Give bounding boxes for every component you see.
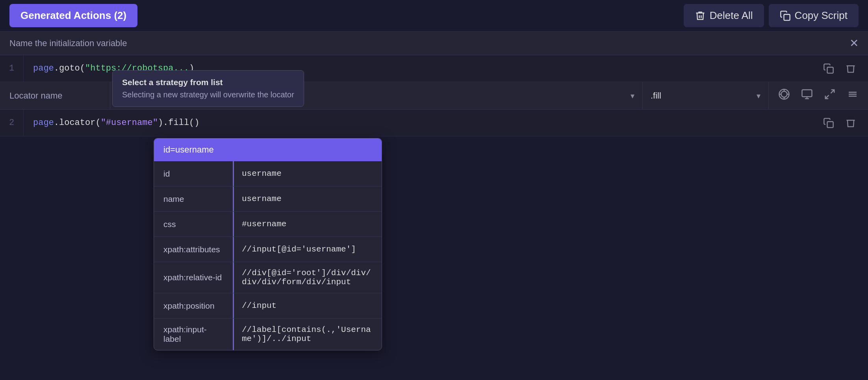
locator-name-label: Locator name [0, 82, 110, 109]
copy-line-2-icon [823, 117, 834, 129]
svg-rect-16 [827, 121, 833, 127]
copy-script-button[interactable]: Copy Script [769, 4, 859, 27]
target-icon [778, 88, 790, 100]
dropdown-row-xpath-position[interactable]: xpath:position //input [154, 293, 382, 319]
locator-chevron-icon: ▾ [631, 91, 634, 101]
tooltip-line1: Select a strategy from list [122, 78, 294, 87]
dropdown-key-css: css [154, 212, 233, 237]
locator-target-button[interactable] [773, 85, 796, 106]
fill-chevron-icon: ▾ [757, 91, 760, 101]
copy-icon [780, 10, 791, 21]
code-content-2: page.locator("#username").fill() [24, 118, 818, 128]
code-line-1-actions [818, 60, 868, 77]
svg-rect-0 [784, 14, 790, 20]
dropdown-value-xpath-input-label: //label[contains(.,'Username')]/../input [234, 319, 382, 350]
tooltip-line2: Selecting a new strategy will overwrite … [122, 90, 294, 99]
svg-rect-1 [827, 67, 833, 73]
init-var-label: Name the initialization variable [9, 38, 127, 48]
locator-more-button[interactable] [841, 85, 864, 106]
svg-point-3 [781, 91, 787, 97]
dropdown-row-id[interactable]: id username [154, 161, 382, 186]
copy-line-1-button[interactable] [818, 60, 840, 77]
dropdown-value-xpath-attributes: //input[@id='username'] [234, 237, 382, 262]
dropdown-header: id=username [154, 138, 382, 161]
fill-action-select[interactable]: .fill [651, 91, 760, 101]
locator-strategy-dropdown[interactable]: id=username id username name username cs… [154, 138, 382, 350]
trash-line-2-icon [845, 117, 856, 129]
top-bar-actions: Delete All Copy Script [684, 4, 859, 27]
locator-action-buttons [769, 85, 868, 106]
dropdown-row-name[interactable]: name username [154, 186, 382, 212]
dropdown-key-xpath-attributes: xpath:attributes [154, 237, 233, 262]
line-number-2: 2 [0, 110, 24, 136]
svg-line-11 [831, 90, 835, 93]
code-line-2-actions [818, 114, 868, 132]
dropdown-key-name: name [154, 186, 233, 211]
svg-line-12 [825, 95, 829, 99]
expand-icon [824, 88, 836, 100]
strategy-tooltip: Select a strategy from list Selecting a … [112, 70, 304, 107]
dropdown-value-id: username [234, 161, 382, 186]
dropdown-value-xpath-relative: //div[@id='root']/div/div/div/div/form/d… [234, 262, 382, 293]
fill-select-wrap[interactable]: .fill ▾ [643, 82, 769, 109]
trash-line-icon [845, 63, 856, 74]
dropdown-key-xpath-position: xpath:position [154, 293, 233, 318]
locator-inspect-button[interactable] [796, 85, 818, 106]
top-bar: Generated Actions (2) Delete All Copy Sc… [0, 0, 868, 32]
dropdown-value-xpath-position: //input [234, 293, 382, 318]
copy-line-2-button[interactable] [818, 114, 840, 132]
init-var-close-button[interactable]: ✕ [849, 37, 859, 50]
dropdown-row-css[interactable]: css #username [154, 212, 382, 237]
trash-icon [695, 10, 706, 21]
delete-line-2-button[interactable] [840, 114, 862, 132]
delete-all-button[interactable]: Delete All [684, 4, 764, 27]
dropdown-row-xpath-input-label[interactable]: xpath:input-label //label[contains(.,'Us… [154, 319, 382, 350]
init-var-bar: Name the initialization variable ✕ [0, 32, 868, 55]
dropdown-key-xpath-input-label: xpath:input-label [154, 319, 233, 350]
generated-actions-button[interactable]: Generated Actions (2) [9, 4, 137, 27]
copy-line-icon [823, 63, 834, 74]
dropdown-value-css: #username [234, 212, 382, 237]
code-line-2: 2 page.locator("#username").fill() [0, 110, 868, 136]
line-number-1: 1 [0, 55, 24, 82]
delete-line-1-button[interactable] [840, 60, 862, 77]
inspect-icon [801, 88, 813, 100]
more-icon [847, 88, 859, 100]
dropdown-row-xpath-relative[interactable]: xpath:relative-id //div[@id='root']/div/… [154, 262, 382, 293]
svg-rect-8 [802, 90, 812, 97]
dropdown-key-id: id [154, 161, 233, 186]
dropdown-row-xpath-attributes[interactable]: xpath:attributes //input[@id='username'] [154, 237, 382, 262]
locator-expand-button[interactable] [818, 85, 841, 106]
dropdown-value-name: username [234, 186, 382, 211]
dropdown-key-xpath-relative: xpath:relative-id [154, 262, 233, 293]
